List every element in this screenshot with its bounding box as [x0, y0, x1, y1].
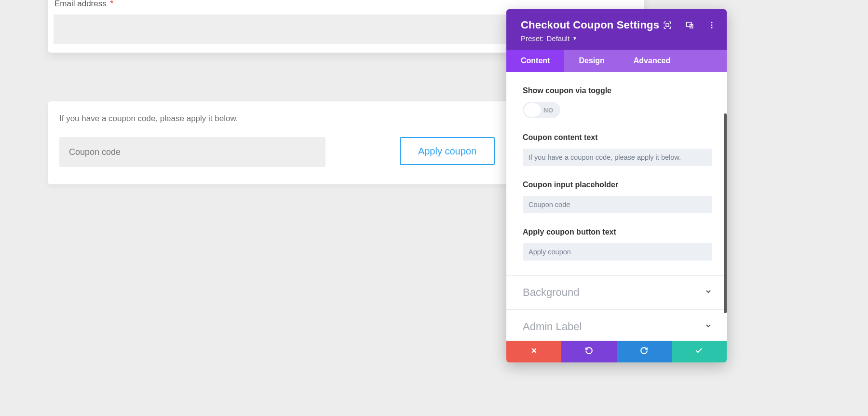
- chevron-down-icon: [705, 322, 712, 332]
- cancel-button[interactable]: [506, 341, 561, 362]
- coupon-code-input[interactable]: [59, 137, 326, 167]
- redo-button[interactable]: [617, 341, 672, 362]
- responsive-icon[interactable]: [685, 21, 694, 29]
- preset-dropdown[interactable]: Preset: Default ▼: [521, 34, 577, 42]
- section-admin-label-title: Admin Label: [523, 320, 582, 333]
- caret-down-icon: ▼: [572, 36, 577, 41]
- show-toggle-switch[interactable]: NO: [523, 102, 560, 118]
- panel-action-bar: [506, 341, 727, 362]
- placeholder-input[interactable]: [523, 196, 712, 213]
- panel-body[interactable]: Show coupon via toggle NO Coupon content…: [506, 72, 727, 341]
- email-label-text: Email address: [54, 0, 107, 8]
- settings-panel: Checkout Coupon Settings Preset: Default…: [506, 9, 727, 362]
- panel-header: Checkout Coupon Settings Preset: Default…: [506, 9, 727, 50]
- section-admin-label[interactable]: Admin Label: [506, 309, 727, 341]
- content-text-label: Coupon content text: [523, 133, 712, 142]
- placeholder-label: Coupon input placeholder: [523, 180, 712, 189]
- field-show-toggle: Show coupon via toggle NO: [523, 86, 712, 119]
- close-icon: [530, 347, 538, 357]
- field-placeholder: Coupon input placeholder: [523, 180, 712, 213]
- field-button-text: Apply coupon button text: [523, 228, 712, 261]
- preview-canvas: Email address * If you have a coupon cod…: [0, 0, 506, 416]
- check-icon: [695, 347, 703, 357]
- button-text-label: Apply coupon button text: [523, 228, 712, 236]
- section-background-title: Background: [523, 286, 579, 299]
- header-icon-group: [663, 21, 716, 29]
- button-text-input[interactable]: [523, 243, 712, 261]
- expand-icon[interactable]: [663, 21, 672, 29]
- tab-design[interactable]: Design: [564, 50, 619, 72]
- svg-point-4: [711, 25, 713, 26]
- field-content-text: Coupon content text: [523, 133, 712, 166]
- panel-tabs: Content Design Advanced: [506, 50, 727, 72]
- svg-point-3: [711, 22, 713, 23]
- more-icon[interactable]: [707, 21, 716, 29]
- toggle-knob: [524, 103, 541, 117]
- tab-content[interactable]: Content: [506, 50, 564, 72]
- redo-icon: [640, 347, 648, 357]
- svg-point-5: [711, 27, 713, 28]
- preset-prefix: Preset:: [521, 34, 544, 42]
- tab-advanced[interactable]: Advanced: [619, 50, 685, 72]
- preset-value: Default: [547, 34, 570, 42]
- required-asterisk: *: [110, 0, 113, 8]
- section-background[interactable]: Background: [506, 275, 727, 309]
- content-text-input[interactable]: [523, 149, 712, 166]
- apply-coupon-button[interactable]: Apply coupon: [400, 137, 495, 165]
- show-toggle-label: Show coupon via toggle: [523, 86, 712, 95]
- undo-icon: [585, 347, 593, 357]
- email-label: Email address *: [54, 0, 638, 9]
- svg-rect-0: [666, 24, 669, 27]
- save-button[interactable]: [672, 341, 727, 362]
- chevron-down-icon: [705, 288, 712, 297]
- toggle-value: NO: [543, 107, 556, 114]
- undo-button[interactable]: [561, 341, 616, 362]
